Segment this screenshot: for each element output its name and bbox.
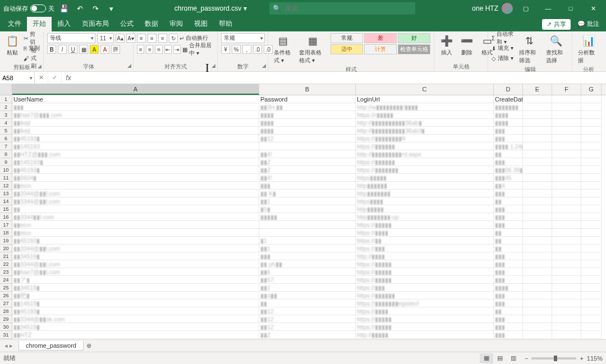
border-icon[interactable]: ▦ bbox=[79, 45, 88, 54]
cell[interactable]: ▮▮▮▮ bbox=[494, 284, 523, 292]
cell[interactable] bbox=[581, 142, 602, 150]
cell[interactable]: ▮▮6. bbox=[259, 339, 356, 339]
tab-数据[interactable]: 数据 bbox=[139, 17, 164, 31]
cell[interactable] bbox=[581, 182, 602, 190]
fill-color-icon[interactable]: A bbox=[90, 45, 99, 54]
cell[interactable]: ▮▮▮▮ bbox=[494, 119, 523, 127]
dialog-launcher-icon[interactable]: ◢ bbox=[262, 63, 266, 68]
cell[interactable]: ▮▮hae7@▮▮l.com bbox=[12, 268, 259, 276]
dialog-launcher-icon[interactable]: ◢ bbox=[38, 63, 42, 69]
name-box-input[interactable] bbox=[0, 75, 28, 81]
cell[interactable]: https://▮▮▮▮▮ bbox=[356, 260, 494, 268]
row-header[interactable]: 8 bbox=[0, 150, 12, 158]
row-header[interactable]: 12 bbox=[0, 182, 12, 190]
cell[interactable] bbox=[259, 142, 356, 150]
zoom-in-icon[interactable]: + bbox=[580, 355, 583, 362]
cell[interactable] bbox=[581, 252, 602, 260]
row-header[interactable]: 19 bbox=[0, 237, 12, 245]
row-header[interactable]: 22 bbox=[0, 260, 12, 268]
cell[interactable]: ▮▮ K▮ bbox=[259, 190, 356, 197]
col-header-C[interactable]: C bbox=[356, 84, 494, 95]
cell[interactable]: ▮▮34519▮ bbox=[12, 284, 259, 292]
row-header[interactable]: 21 bbox=[0, 252, 12, 260]
cell[interactable]: ▮▮12 bbox=[259, 135, 356, 142]
cell[interactable] bbox=[259, 229, 356, 237]
cell[interactable] bbox=[581, 111, 602, 119]
cell[interactable] bbox=[552, 252, 581, 260]
cancel-formula-icon[interactable]: ✕ bbox=[35, 72, 48, 84]
comments-button[interactable]: 💬 批注 bbox=[573, 18, 604, 30]
cell[interactable]: ▮▮Z bbox=[259, 331, 356, 339]
cell[interactable]: https://▮▮▮▮▮ bbox=[356, 315, 494, 323]
cell[interactable] bbox=[523, 103, 552, 111]
cell[interactable]: ▮▮▮ bbox=[494, 292, 523, 300]
cell[interactable] bbox=[523, 245, 552, 252]
cell[interactable]: ▮▮Z bbox=[259, 166, 356, 174]
cell[interactable]: ▮▮hae7@▮▮▮.com bbox=[12, 111, 259, 119]
tab-审阅[interactable]: 审阅 bbox=[164, 17, 189, 31]
cell[interactable]: http▮▮▮▮▮▮▮ bbox=[356, 190, 494, 197]
clear-button[interactable]: ◇ 清除 ▾ bbox=[492, 53, 515, 63]
cell[interactable] bbox=[523, 135, 552, 142]
cell[interactable] bbox=[581, 229, 602, 237]
zoom-slider[interactable] bbox=[531, 357, 576, 360]
cell[interactable]: http▮▮▮▮▮▮ bbox=[356, 182, 494, 190]
cell[interactable]: ▮▮3H.▮▮ bbox=[259, 103, 356, 111]
cell[interactable] bbox=[552, 174, 581, 182]
delete-cells-button[interactable]: ➖删除 bbox=[458, 33, 476, 58]
cell[interactable]: ▮▮ bbox=[494, 307, 523, 315]
style-check[interactable]: 检查单元格 bbox=[398, 44, 430, 54]
row-header[interactable]: 24 bbox=[0, 276, 12, 284]
row-header[interactable]: 2 bbox=[0, 103, 12, 111]
cell[interactable]: ▮▮▮ bbox=[494, 221, 523, 229]
cell[interactable]: ▮▮3344@▮▮l.com bbox=[12, 260, 259, 268]
cell[interactable]: http://▮▮▮▮ bbox=[356, 252, 494, 260]
cell[interactable]: ▮▮▮ bbox=[494, 323, 523, 331]
col-header-E[interactable]: E bbox=[523, 84, 552, 95]
comma-icon[interactable]: , bbox=[242, 45, 251, 54]
cell[interactable]: ▮▮▮ bbox=[494, 315, 523, 323]
cell[interactable] bbox=[581, 119, 602, 127]
cell-styles-gallery[interactable]: 常规 差 好 适中 计算 检查单元格 bbox=[330, 33, 430, 54]
page-break-view-icon[interactable]: ▥ bbox=[507, 353, 520, 363]
cell[interactable] bbox=[581, 268, 602, 276]
cell[interactable] bbox=[523, 339, 552, 339]
cell[interactable]: ▮▮▮ bbox=[259, 182, 356, 190]
cell[interactable] bbox=[523, 268, 552, 276]
cell[interactable] bbox=[523, 150, 552, 158]
cell[interactable] bbox=[523, 142, 552, 150]
cell[interactable] bbox=[552, 205, 581, 213]
cell[interactable] bbox=[581, 95, 602, 103]
style-good[interactable]: 好 bbox=[398, 33, 430, 43]
tab-开始[interactable]: 开始 bbox=[27, 17, 52, 31]
cell[interactable]: ▮▮▮ bbox=[494, 252, 523, 260]
cell[interactable]: ▮▮▮45 bbox=[494, 174, 523, 182]
row-header[interactable]: 4 bbox=[0, 119, 12, 127]
cell[interactable]: http://▮▮▮▮▮▮▮▮▮▮36ab▮ bbox=[356, 119, 494, 127]
cell[interactable] bbox=[523, 174, 552, 182]
cell[interactable]: ▮▮ bbox=[494, 150, 523, 158]
cell[interactable]: ▮▮▮ bbox=[494, 213, 523, 221]
bold-icon[interactable]: B bbox=[47, 45, 56, 54]
namebox-dropdown-icon[interactable]: ▾ bbox=[28, 75, 34, 81]
cell[interactable] bbox=[552, 331, 581, 339]
tab-文件[interactable]: 文件 bbox=[2, 17, 27, 31]
cell[interactable]: https://▮▮▮▮▮▮▮egister/i bbox=[356, 300, 494, 307]
cell[interactable]: http://▮▮▮▮▮▮▮▮▮▮36ab3▮ bbox=[356, 127, 494, 135]
cell[interactable] bbox=[523, 260, 552, 268]
cell[interactable] bbox=[581, 197, 602, 205]
cell[interactable]: https://▮▮▮▮▮▮▮ bbox=[356, 166, 494, 174]
cell[interactable] bbox=[523, 197, 552, 205]
cell[interactable]: ▮▮ bbox=[494, 229, 523, 237]
fx-icon[interactable]: fx bbox=[62, 72, 75, 84]
orientation-icon[interactable]: ↻ bbox=[169, 34, 178, 43]
cell[interactable]: http▮▮▮▮▮ bbox=[356, 205, 494, 213]
cell[interactable]: https://▮▮▮▮▮▮ bbox=[356, 158, 494, 166]
cell[interactable] bbox=[552, 95, 581, 103]
cell[interactable]: ▮▮▮ bbox=[494, 331, 523, 339]
cell[interactable] bbox=[523, 300, 552, 307]
cell[interactable]: ▮▮3344▮▮l.com bbox=[12, 213, 259, 221]
cell[interactable]: https://▮▮▮▮▮ bbox=[356, 323, 494, 331]
cell[interactable]: ▮▮▮▮ bbox=[259, 119, 356, 127]
cell[interactable]: https▮▮▮▮ bbox=[356, 197, 494, 205]
